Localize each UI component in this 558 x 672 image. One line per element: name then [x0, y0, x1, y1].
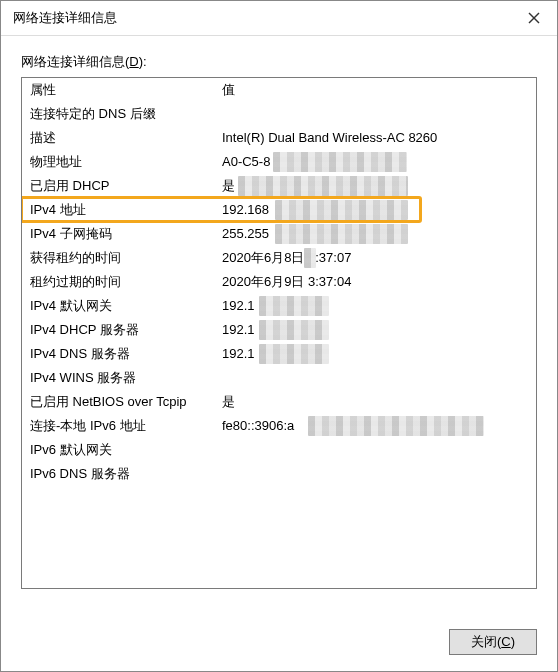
list-row[interactable]: IPv4 WINS 服务器 [22, 366, 536, 390]
row-value: A0-C5-8 [222, 150, 536, 174]
row-property: 连接特定的 DNS 后缀 [30, 102, 222, 126]
redacted-blur [259, 296, 329, 316]
row-property: 描述 [30, 126, 222, 150]
redacted-blur [308, 416, 484, 436]
row-property: IPv4 地址 [30, 198, 222, 222]
row-value: 192.1 [222, 294, 536, 318]
header-property: 属性 [30, 78, 222, 102]
row-property: 物理地址 [30, 150, 222, 174]
list-header: 属性 值 [22, 78, 536, 102]
redacted-blur [275, 224, 408, 244]
row-property: 租约过期的时间 [30, 270, 222, 294]
row-value: fe80::3906:a [222, 414, 536, 438]
list-row[interactable]: 描述Intel(R) Dual Band Wireless-AC 8260 [22, 126, 536, 150]
row-property: 已启用 DHCP [30, 174, 222, 198]
titlebar: 网络连接详细信息 [1, 1, 557, 36]
row-property: IPv6 默认网关 [30, 438, 222, 462]
row-value: 192.168 [222, 198, 536, 222]
list-row[interactable]: 已启用 DHCP是 [22, 174, 536, 198]
dialog-window: 网络连接详细信息 网络连接详细信息(D): 属性 值 连接特定的 DNS 后缀描… [0, 0, 558, 672]
list-row[interactable]: 连接-本地 IPv6 地址fe80::3906:a [22, 414, 536, 438]
list-row[interactable]: 物理地址A0-C5-8 [22, 150, 536, 174]
row-value: 255.255 [222, 222, 536, 246]
row-property: 获得租约的时间 [30, 246, 222, 270]
row-value: 192.1 [222, 342, 536, 366]
list-row[interactable]: IPv4 子网掩码255.255 [22, 222, 536, 246]
row-value: 是 [222, 390, 536, 414]
list-row[interactable]: IPv4 默认网关192.1 [22, 294, 536, 318]
row-property: IPv4 DHCP 服务器 [30, 318, 222, 342]
window-title: 网络连接详细信息 [13, 9, 117, 27]
redacted-blur [273, 152, 407, 172]
row-property: IPv6 DNS 服务器 [30, 462, 222, 486]
redacted-blur [304, 248, 316, 268]
row-property: IPv4 WINS 服务器 [30, 366, 222, 390]
row-value: 是 [222, 174, 536, 198]
row-value: 2020年6月8日 9:37:07 [222, 246, 536, 270]
row-property: IPv4 DNS 服务器 [30, 342, 222, 366]
list-row[interactable]: 已启用 NetBIOS over Tcpip是 [22, 390, 536, 414]
dialog-footer: 关闭(C) [449, 629, 537, 655]
header-value: 值 [222, 78, 536, 102]
list-row[interactable]: 获得租约的时间2020年6月8日 9:37:07 [22, 246, 536, 270]
row-property: IPv4 默认网关 [30, 294, 222, 318]
list-row[interactable]: IPv6 DNS 服务器 [22, 462, 536, 486]
redacted-blur [259, 344, 329, 364]
list-row[interactable]: IPv4 DHCP 服务器192.1 [22, 318, 536, 342]
dialog-content: 网络连接详细信息(D): 属性 值 连接特定的 DNS 后缀描述Intel(R)… [1, 35, 557, 671]
redacted-blur [238, 176, 408, 196]
row-value: 192.1 [222, 318, 536, 342]
row-property: IPv4 子网掩码 [30, 222, 222, 246]
details-list[interactable]: 属性 值 连接特定的 DNS 后缀描述Intel(R) Dual Band Wi… [21, 77, 537, 589]
row-value: 2020年6月9日 3:37:04 [222, 270, 536, 294]
close-button[interactable]: 关闭(C) [449, 629, 537, 655]
list-row[interactable]: IPv4 DNS 服务器192.1 [22, 342, 536, 366]
list-row[interactable]: IPv4 地址192.168 [22, 198, 536, 222]
row-value: Intel(R) Dual Band Wireless-AC 8260 [222, 126, 536, 150]
list-row[interactable]: 连接特定的 DNS 后缀 [22, 102, 536, 126]
close-icon[interactable] [511, 1, 557, 35]
list-row[interactable]: 租约过期的时间2020年6月9日 3:37:04 [22, 270, 536, 294]
details-label: 网络连接详细信息(D): [21, 53, 537, 71]
list-row[interactable]: IPv6 默认网关 [22, 438, 536, 462]
redacted-blur [275, 200, 408, 220]
row-property: 已启用 NetBIOS over Tcpip [30, 390, 222, 414]
row-property: 连接-本地 IPv6 地址 [30, 414, 222, 438]
redacted-blur [259, 320, 329, 340]
